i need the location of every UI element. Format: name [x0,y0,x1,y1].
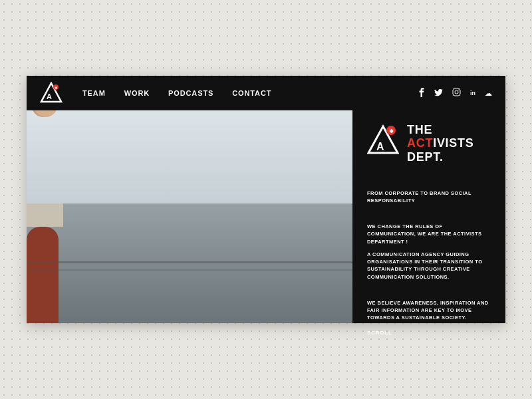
scroll-link[interactable]: SCROLL [367,330,491,336]
hero-section: A ✱ THE ACTIVISTS DEPT. FROM CORPORATE T… [27,110,505,323]
svg-point-5 [455,90,458,94]
soundcloud-icon[interactable]: ☁ [485,89,492,98]
linkedin-icon[interactable]: in [470,90,475,96]
hero-desc1: WE CHANGE THE RULES OF COMMUNICATION, WE… [367,223,491,245]
twitter-icon[interactable] [434,88,443,98]
brand-logo-large: A ✱ [367,124,399,156]
hero-desc2: A COMMUNICATION AGENCY GUIDING ORGANISAT… [367,251,491,281]
logo-icon: A ✱ [40,82,63,104]
brand-the-label: THE [407,124,474,137]
hero-tagline: FROM CORPORATE TO BRAND SOCIAL RESPONSAB… [367,190,491,205]
instagram-icon[interactable] [452,88,461,98]
svg-point-6 [458,90,459,90]
nav-podcasts[interactable]: PODCASTS [168,89,213,97]
svg-text:A: A [376,141,384,152]
svg-rect-4 [453,88,460,96]
nav-contact[interactable]: CONTACT [232,89,271,97]
navbar: A ✱ TEAM WORK PODCASTS CONTACT [27,76,505,110]
browser-window: A ✱ TEAM WORK PODCASTS CONTACT [27,76,505,323]
facebook-icon[interactable] [418,88,425,99]
svg-text:✱: ✱ [389,128,394,134]
brand-text-block: THE ACTIVISTS DEPT. [407,124,474,164]
brand-act-label: ACT [407,136,433,150]
nav-work[interactable]: WORK [124,89,150,97]
logo-wrap[interactable]: A ✱ [40,82,63,104]
photo-background [27,110,352,323]
nav-team[interactable]: TEAM [82,89,106,97]
nav-links: TEAM WORK PODCASTS CONTACT [82,89,418,97]
hero-desc3: WE BELIEVE AWARENESS, INSPIRATION AND FA… [367,299,491,322]
brand-header: A ✱ THE ACTIVISTS DEPT. [367,124,491,164]
svg-text:A: A [47,92,52,100]
brand-dept-label: DEPT. [407,150,474,164]
hero-image [27,110,352,323]
social-icons: in ☁ [418,88,492,99]
hero-right-panel: A ✱ THE ACTIVISTS DEPT. FROM CORPORATE T… [352,110,505,323]
brand-activists-line: ACTIVISTS [407,137,474,150]
